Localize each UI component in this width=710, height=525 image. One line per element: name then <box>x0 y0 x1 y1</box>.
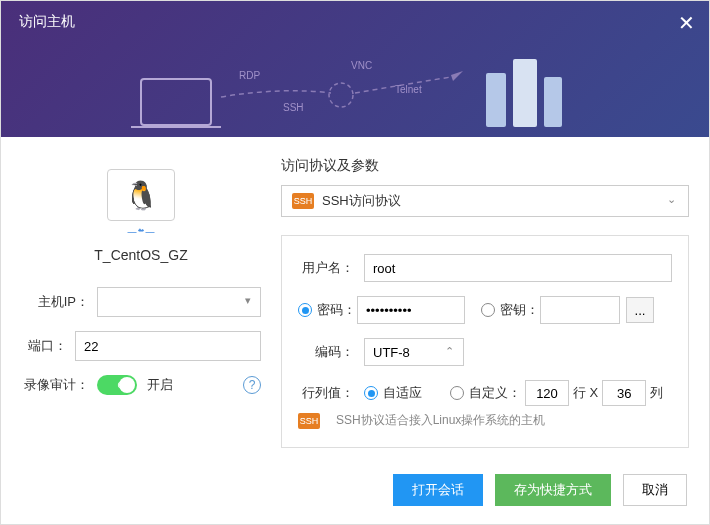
encoding-label: 编码： <box>298 343 354 361</box>
access-host-dialog: 访问主机 ✕ RDP SSH VNC Telnet 🐧 ⸺☁⸺ T_CentOS… <box>0 0 710 525</box>
adaptive-label: 自适应 <box>383 384 422 402</box>
svg-rect-0 <box>141 79 211 125</box>
cancel-button[interactable]: 取消 <box>623 474 687 506</box>
protocol-label: SSH访问协议 <box>322 192 401 210</box>
save-shortcut-button[interactable]: 存为快捷方式 <box>495 474 611 506</box>
username-label: 用户名： <box>298 259 354 277</box>
port-input[interactable] <box>75 331 261 361</box>
rows-input[interactable] <box>602 380 646 406</box>
linux-penguin-icon: 🐧 <box>124 179 159 212</box>
ssh-badge-icon: SSH <box>298 413 320 429</box>
help-icon[interactable]: ? <box>243 376 261 394</box>
protocol-section-title: 访问协议及参数 <box>281 157 689 175</box>
cols-input[interactable] <box>525 380 569 406</box>
cols-unit: 行 X <box>573 384 598 402</box>
svg-text:SSH: SSH <box>283 102 304 113</box>
ssh-badge-icon: SSH <box>292 193 314 209</box>
host-ip-row: 主机IP： ▾ <box>21 287 261 317</box>
key-label: 密钥： <box>500 301 540 319</box>
rows-unit: 列 <box>650 384 663 402</box>
custom-radio[interactable] <box>450 386 464 400</box>
close-icon[interactable]: ✕ <box>678 11 695 35</box>
port-row: 端口： <box>21 331 261 361</box>
rowscols-row: 行列值： 自适应 自定义： 行 X 列 <box>298 380 672 406</box>
audit-label: 录像审计： <box>21 376 89 394</box>
cloud-icon: ⸺☁⸺ <box>126 225 156 239</box>
svg-rect-8 <box>513 59 537 127</box>
header-illustration: RDP SSH VNC Telnet <box>1 37 709 137</box>
svg-rect-9 <box>544 77 562 127</box>
host-ip-label: 主机IP： <box>21 293 89 311</box>
auth-row: 密码： 密钥： ... <box>298 296 672 324</box>
svg-text:RDP: RDP <box>239 70 260 81</box>
password-radio[interactable] <box>298 303 312 317</box>
svg-text:VNC: VNC <box>351 60 372 71</box>
audit-toggle[interactable]: ON <box>97 375 137 395</box>
custom-label: 自定义： <box>469 384 521 402</box>
key-radio[interactable] <box>481 303 495 317</box>
host-name: T_CentOS_GZ <box>94 247 187 263</box>
key-input[interactable] <box>540 296 620 324</box>
svg-point-2 <box>329 83 353 107</box>
chevron-down-icon: ⌄ <box>667 193 676 206</box>
left-panel: 🐧 ⸺☁⸺ T_CentOS_GZ 主机IP： ▾ 端口： 录像审计： ON <box>21 157 261 456</box>
audit-row: 录像审计： ON 开启 ? <box>21 375 261 395</box>
adaptive-radio[interactable] <box>364 386 378 400</box>
params-box: 用户名： 密码： 密钥： ... 编码： <box>281 235 689 448</box>
cols-label: 行列值： <box>298 384 354 402</box>
open-session-button[interactable]: 打开会话 <box>393 474 483 506</box>
hint-text: SSH协议适合接入Linux操作系统的主机 <box>336 412 545 429</box>
username-row: 用户名： <box>298 254 672 282</box>
svg-text:Telnet: Telnet <box>395 84 422 95</box>
encoding-select[interactable] <box>364 338 464 366</box>
right-panel: 访问协议及参数 SSH SSH访问协议 ⌄ 用户名： 密码： 密钥： <box>281 157 689 456</box>
protocol-select[interactable]: SSH SSH访问协议 ⌄ <box>281 185 689 217</box>
audit-on-text: 开启 <box>147 376 173 394</box>
dialog-header: 访问主机 ✕ RDP SSH VNC Telnet <box>1 1 709 137</box>
svg-rect-7 <box>486 73 506 127</box>
password-label: 密码： <box>317 301 357 319</box>
password-input[interactable] <box>357 296 465 324</box>
port-label: 端口： <box>21 337 67 355</box>
username-input[interactable] <box>364 254 672 282</box>
host-icon: 🐧 <box>107 169 175 221</box>
dialog-body: 🐧 ⸺☁⸺ T_CentOS_GZ 主机IP： ▾ 端口： 录像审计： ON <box>1 137 709 456</box>
hint-row: SSH SSH协议适合接入Linux操作系统的主机 <box>298 412 672 429</box>
encoding-row: 编码： ⌃ <box>298 338 672 366</box>
dialog-footer: 打开会话 存为快捷方式 取消 <box>1 456 709 524</box>
browse-key-button[interactable]: ... <box>626 297 654 323</box>
host-ip-select[interactable] <box>97 287 261 317</box>
